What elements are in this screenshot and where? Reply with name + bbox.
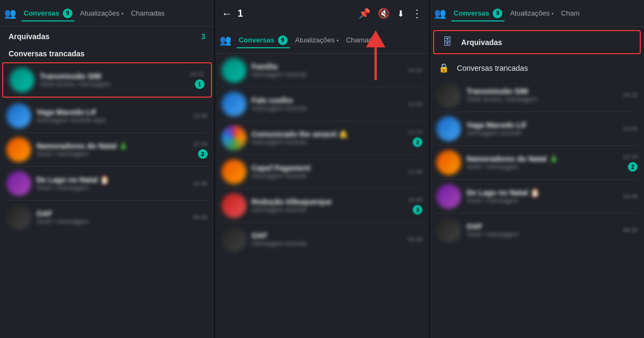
unread-3: 2: [198, 149, 208, 159]
chat-row-5[interactable]: OAF Você • mensagem 09:30: [0, 201, 214, 234]
chat-preview-1: Você enviou: mensagem: [40, 80, 184, 88]
chat-info-1: Transmissão SIM Você enviou: mensagem: [40, 72, 184, 88]
p2-chat-info-3: Comunicado the amarel 🔔 mensagem recente: [252, 130, 402, 146]
nav-bar-3: 👥 Conversas 9 Atualizações • Cham: [430, 0, 644, 27]
arquivadas-section-1: Arquivadas 3: [0, 27, 214, 44]
p3-chat-info-2: Vaga Macedo Ltf mensagem recente: [466, 121, 617, 137]
chat-row-3[interactable]: Namoradores do Natal 🎄 Você • mensagem 1…: [0, 133, 214, 166]
arquivadas-badge-1: 3: [201, 32, 206, 41]
p2-chat-name-6: OAF: [252, 231, 402, 240]
chat-row-4[interactable]: De Lago no Natal 🎅 Você • mensagem 10:45: [0, 167, 214, 200]
p2-avatar-5: [222, 193, 246, 218]
tab-atualizacoes-1[interactable]: Atualizações •: [78, 6, 126, 20]
p2-avatar-6: [222, 227, 246, 252]
p2-unread-3: 2: [413, 137, 422, 147]
p3-chat-row-2[interactable]: Vaga Macedo Ltf mensagem recente 13:55: [430, 112, 644, 145]
p2-chat-meta-2: 13:55: [408, 101, 423, 107]
group-icon-2: 👥: [219, 34, 231, 46]
chat-time-5: 09:30: [193, 214, 208, 221]
avatar-5: [6, 205, 31, 230]
panel-1: 👥 Conversas 9 Atualizações • Chamadas Ar…: [0, 0, 214, 338]
p2-chat-preview-4: mensagem recente: [252, 172, 402, 180]
archive-icon-2[interactable]: ⬇: [397, 9, 404, 19]
p2-avatar-1: [222, 58, 246, 83]
mute-icon-2[interactable]: 🔇: [378, 8, 390, 19]
tab-conversas-2[interactable]: Conversas 9: [237, 32, 290, 48]
p3-chat-meta-2: 13:55: [623, 126, 638, 132]
chat-time-4: 10:45: [193, 180, 208, 187]
tab-chamadas-1[interactable]: Chamadas: [129, 6, 167, 20]
tab-atualizacoes-3[interactable]: Atualizações •: [508, 6, 555, 20]
back-button-2[interactable]: ←: [222, 8, 232, 20]
chat-name-3: Namoradores do Natal 🎄: [36, 142, 187, 150]
trancadas-row-3: 🔒 Conversas trancadas: [430, 57, 644, 78]
p3-chat-info-4: De Lago no Natal 🎅 Você • mensagem: [466, 188, 617, 204]
p2-chat-preview-5: mensagem recente: [252, 206, 402, 214]
chat-time-1: 14:22: [189, 71, 204, 77]
p2-chat-row-6[interactable]: OAF mensagem recente 09:30: [215, 223, 429, 256]
chat-info-4: De Lago no Natal 🎅 Você • mensagem: [36, 175, 187, 192]
p2-chat-name-1: Família: [252, 62, 402, 71]
panel-3: 👥 Conversas 9 Atualizações • Cham 🗄 Arqu…: [429, 0, 644, 338]
p2-chat-preview-3: mensagem recente: [252, 138, 402, 146]
chat-list-2: Família mensagem recente 14:22 Fale coel…: [215, 54, 429, 338]
p2-chat-info-2: Fale coelho mensagem recente: [252, 96, 402, 112]
p2-avatar-4: [222, 159, 246, 184]
p2-chat-meta-1: 14:22: [408, 67, 423, 74]
chat-meta-1: 14:22 1: [189, 71, 204, 89]
chat-name-4: De Lago no Natal 🎅: [36, 175, 187, 184]
tab-conversas-3[interactable]: Conversas 9: [451, 5, 504, 21]
p3-chat-name-3: Namoradores do Natal 🎄: [466, 155, 617, 163]
p2-chat-row-1[interactable]: Família mensagem recente 14:22: [215, 54, 429, 87]
p3-avatar-2: [436, 116, 461, 141]
chat-row-1[interactable]: Transmissão SIM Você enviou: mensagem 14…: [3, 63, 211, 97]
trancadas-label-3: Conversas trancadas: [457, 64, 528, 72]
p3-avatar-3: [436, 150, 461, 175]
tab-atualizacoes-2[interactable]: Atualizações •: [293, 33, 341, 47]
header-icons-2: 📌 🔇 ⬇ ⋮: [358, 7, 422, 20]
p2-chat-preview-1: mensagem recente: [252, 71, 402, 78]
p3-avatar-5: [436, 218, 461, 243]
conversas-badge-2: 9: [278, 35, 288, 45]
p2-chat-row-3[interactable]: Comunicado the amarel 🔔 mensagem recente…: [215, 121, 429, 155]
p2-chat-row-2[interactable]: Fale coelho mensagem recente 13:55: [215, 87, 429, 121]
p3-avatar-4: [436, 184, 461, 209]
p2-chat-row-4[interactable]: Capef Pagament mensagem recente 11:00: [215, 155, 429, 188]
p3-chat-meta-4: 10:45: [623, 193, 638, 200]
pin-icon-2[interactable]: 📌: [358, 8, 370, 19]
p2-chat-name-3: Comunicado the amarel 🔔: [252, 130, 402, 138]
chat-time-3: 12:10: [193, 141, 208, 147]
p2-chat-preview-2: mensagem recente: [252, 105, 402, 112]
p3-chat-row-1[interactable]: Transmissão SIM Você enviou: mensagem 14…: [430, 78, 644, 112]
tab-conversas-1[interactable]: Conversas 9: [21, 5, 75, 21]
chat-preview-2: mensagem recente aqui: [36, 116, 187, 124]
tab-chamadas-3[interactable]: Cham: [559, 6, 582, 20]
tab-chamadas-2[interactable]: Chamadas: [344, 33, 382, 47]
more-icon-2[interactable]: ⋮: [412, 7, 422, 20]
chat-meta-3: 12:10 2: [193, 141, 208, 159]
p2-chat-name-5: Rodução Albuquerque: [252, 197, 402, 206]
conversas-badge-3: 9: [493, 9, 502, 18]
p3-chat-row-5[interactable]: OAF Você • mensagem 09:30: [430, 214, 644, 247]
p2-chat-row-5[interactable]: Rodução Albuquerque mensagem recente 10:…: [215, 189, 429, 222]
p2-unread-5: 3: [413, 205, 422, 215]
chat-preview-3: Você • mensagem: [36, 150, 187, 158]
highlighted-chat-item[interactable]: Transmissão SIM Você enviou: mensagem 14…: [2, 62, 212, 98]
nav-bar-1: 👥 Conversas 9 Atualizações • Chamadas: [0, 0, 214, 27]
panel-2: ← 1 📌 🔇 ⬇ ⋮ 👥 Conversas 9 Atualizações •…: [214, 0, 429, 338]
arquivadas-row-3[interactable]: 🗄 Arquivadas: [433, 30, 641, 54]
p3-chat-name-5: OAF: [466, 222, 617, 231]
p3-chat-row-3[interactable]: Namoradores do Natal 🎄 Você • mensagem 1…: [430, 146, 644, 179]
p2-avatar-3: [222, 126, 246, 150]
group-icon-1: 👥: [4, 8, 16, 19]
chat-name-5: OAF: [36, 209, 187, 218]
chat-row-2[interactable]: Vaga Macedo Ltf mensagem recente aqui 13…: [0, 99, 214, 133]
group-icon-3: 👥: [434, 8, 446, 19]
chat-list-1: Transmissão SIM Você enviou: mensagem 14…: [0, 61, 214, 338]
chat-meta-4: 10:45: [193, 180, 208, 187]
p3-chat-meta-5: 09:30: [623, 227, 638, 233]
p3-chat-name-1: Transmissão SIM: [466, 87, 617, 95]
p2-chat-info-5: Rodução Albuquerque mensagem recente: [252, 197, 402, 214]
p3-chat-row-4[interactable]: De Lago no Natal 🎅 Você • mensagem 10:45: [430, 180, 644, 213]
chat-meta-5: 09:30: [193, 214, 208, 221]
